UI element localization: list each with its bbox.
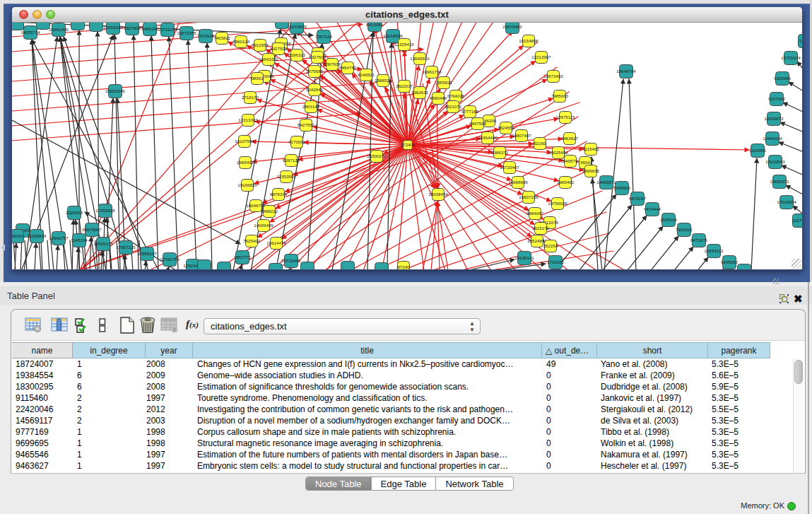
svg-text:10958107: 10958107: [137, 251, 157, 256]
svg-text:9463627: 9463627: [561, 136, 579, 141]
svg-text:3675685: 3675685: [306, 69, 324, 74]
svg-text:5498222: 5498222: [261, 209, 278, 214]
svg-text:9699695: 9699695: [582, 168, 600, 173]
svg-text:12213967: 12213967: [531, 54, 551, 59]
svg-text:9327508: 9327508: [309, 54, 326, 59]
svg-text:11172: 11172: [799, 38, 802, 43]
svg-text:15720407: 15720407: [500, 165, 519, 170]
svg-text:19166829: 19166829: [237, 182, 257, 187]
svg-text:9245652: 9245652: [721, 259, 739, 264]
svg-text:8960124: 8960124: [233, 39, 250, 44]
svg-text:12213363: 12213363: [238, 117, 258, 122]
svg-text:9657771: 9657771: [234, 255, 252, 259]
svg-text:7170061: 7170061: [288, 139, 306, 144]
svg-text:14055714: 14055714: [20, 30, 40, 35]
svg-text:20053346: 20053346: [105, 88, 125, 93]
svg-text:8186323: 8186323: [288, 52, 306, 57]
svg-text:15716485: 15716485: [281, 258, 301, 263]
svg-text:20364436: 20364436: [478, 135, 498, 140]
svg-text:1527602: 1527602: [124, 25, 141, 30]
svg-text:12505135: 12505135: [93, 241, 113, 246]
svg-text:16033809: 16033809: [287, 24, 307, 29]
svg-text:8267130: 8267130: [283, 158, 300, 163]
svg-text:14409971: 14409971: [596, 180, 616, 185]
svg-text:19338454: 19338454: [428, 192, 448, 197]
svg-text:9604: 9604: [580, 160, 590, 165]
svg-text:19756928: 19756928: [548, 201, 567, 206]
svg-text:10973493: 10973493: [543, 74, 563, 78]
svg-text:6466160: 6466160: [141, 26, 159, 31]
svg-text:8813054: 8813054: [366, 23, 384, 27]
svg-text:16961758: 16961758: [422, 69, 442, 74]
svg-text:116753: 116753: [792, 218, 802, 223]
svg-text:7357224: 7357224: [315, 34, 333, 39]
svg-text:8990448: 8990448: [430, 95, 447, 100]
svg-text:16107554: 16107554: [235, 139, 254, 144]
svg-text:9474444: 9474444: [644, 206, 661, 211]
svg-text:17957225: 17957225: [116, 245, 136, 250]
svg-text:17359928: 17359928: [95, 208, 115, 213]
svg-text:172409: 172409: [401, 143, 416, 147]
svg-text:16543382: 16543382: [259, 57, 278, 62]
svg-text:8427552: 8427552: [298, 122, 315, 127]
svg-text:1145194: 1145194: [71, 238, 88, 243]
svg-text:8471676: 8471676: [690, 238, 708, 243]
svg-text:1362615: 1362615: [411, 90, 429, 95]
svg-text:7955812: 7955812: [435, 80, 453, 85]
svg-text:1733426: 1733426: [547, 259, 565, 264]
svg-text:12975115: 12975115: [555, 115, 575, 119]
svg-text:8878334: 8878334: [270, 192, 288, 197]
svg-text:1621072: 1621072: [445, 104, 462, 109]
svg-text:11156829: 11156829: [28, 233, 47, 238]
svg-text:2367608: 2367608: [324, 62, 341, 66]
svg-text:2803144: 2803144: [302, 104, 320, 109]
svg-text:12353594: 12353594: [276, 174, 296, 179]
svg-text:10807487: 10807487: [512, 133, 531, 138]
svg-text:10653267: 10653267: [103, 25, 123, 30]
svg-text:7932621: 7932621: [676, 227, 693, 232]
svg-text:16782759: 16782759: [160, 257, 180, 262]
svg-text:10688609: 10688609: [508, 180, 528, 185]
svg-text:1615172: 1615172: [532, 226, 550, 230]
svg-text:9684067: 9684067: [526, 211, 544, 216]
svg-text:14099489: 14099489: [254, 223, 273, 228]
svg-text:13640910: 13640910: [410, 56, 430, 61]
svg-text:1965493: 1965493: [557, 180, 575, 185]
svg-text:10719155: 10719155: [158, 27, 177, 32]
svg-text:6497568: 6497568: [469, 121, 487, 126]
svg-text:2718170: 2718170: [242, 95, 259, 100]
svg-text:20691406: 20691406: [49, 27, 69, 32]
svg-text:5938923: 5938923: [613, 185, 631, 190]
svg-text:7463822: 7463822: [213, 35, 231, 40]
svg-text:99975867: 99975867: [82, 227, 102, 232]
svg-text:16914479: 16914479: [266, 240, 286, 245]
svg-text:9327503: 9327503: [270, 46, 288, 51]
svg-text:9146821: 9146821: [358, 72, 375, 77]
svg-text:3215955: 3215955: [749, 148, 767, 153]
svg-text:8454749: 8454749: [339, 65, 357, 70]
svg-text:7485063: 7485063: [551, 93, 569, 98]
svg-text:6879197: 6879197: [629, 196, 647, 201]
svg-text:1965492: 1965492: [237, 160, 254, 165]
svg-text:16671355: 16671355: [177, 30, 196, 35]
svg-text:97240: 97240: [397, 264, 410, 269]
svg-text:39154: 39154: [12, 233, 23, 238]
svg-text:62160: 62160: [534, 141, 546, 146]
svg-text:12942757: 12942757: [49, 235, 69, 240]
svg-text:1588520: 1588520: [375, 78, 392, 83]
svg-text:7625402: 7625402: [243, 238, 261, 243]
svg-text:2020653: 2020653: [66, 210, 83, 215]
svg-text:7515524: 7515524: [197, 33, 215, 38]
svg-text:16210643: 16210643: [765, 159, 785, 164]
svg-text:3822037: 3822037: [396, 83, 413, 88]
svg-text:9329966: 9329966: [774, 76, 792, 81]
svg-text:9227342: 9227342: [768, 96, 786, 101]
svg-text:16807209: 16807209: [519, 194, 539, 199]
svg-text:15692971: 15692971: [770, 179, 789, 184]
svg-text:98901: 98901: [251, 76, 264, 81]
svg-text:3624554: 3624554: [498, 125, 515, 130]
svg-text:10654112: 10654112: [704, 248, 724, 253]
svg-text:8912954: 8912954: [252, 42, 269, 47]
svg-text:9115460: 9115460: [582, 146, 599, 151]
svg-text:16046756: 16046756: [246, 203, 266, 208]
